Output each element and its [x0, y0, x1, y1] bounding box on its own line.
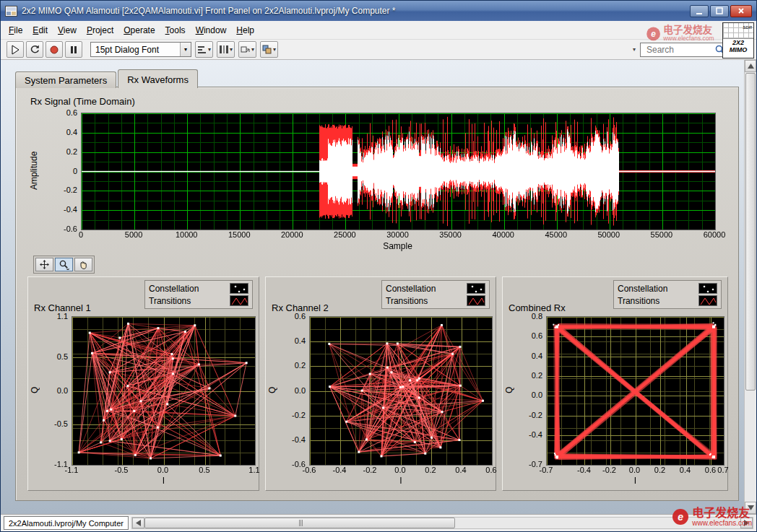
- tick-label: -0.4: [292, 435, 306, 444]
- rx-signal-y-ticks: -0.6-0.4-0.200.20.40.6: [40, 113, 81, 229]
- reorder-objects-icon: [262, 45, 272, 54]
- legend-item-constellation[interactable]: Constellation: [147, 282, 250, 295]
- abort-button[interactable]: [46, 41, 63, 58]
- tick-label: 25000: [334, 230, 356, 239]
- legend-item-transitions[interactable]: Transitions: [384, 295, 487, 307]
- tab-system-parameters[interactable]: System Parameters: [15, 71, 116, 88]
- combined-plot-canvas[interactable]: [546, 316, 724, 466]
- tick-label: 15000: [228, 230, 251, 239]
- run-continuous-icon: [29, 44, 40, 56]
- legend-item-constellation[interactable]: Constellation: [384, 282, 487, 295]
- rx1-plot-canvas[interactable]: [72, 316, 256, 466]
- close-button[interactable]: [730, 5, 752, 17]
- search-input[interactable]: [645, 44, 714, 56]
- combined-y-ticks: -0.7-0.4-0.20.00.20.40.60.8: [514, 316, 546, 464]
- pan-tool-button[interactable]: [74, 258, 92, 271]
- tick-label: -1.1: [65, 466, 79, 474]
- tick-label: 0.0: [295, 386, 306, 395]
- vi-icon-line1: 2X2: [723, 39, 753, 46]
- vi-icon-badge: SDR 2X2 MIMO: [722, 22, 754, 58]
- minimize-button[interactable]: [690, 5, 709, 17]
- rx-signal-plot-canvas[interactable]: [81, 113, 716, 230]
- tick-label: 0.6: [485, 466, 496, 474]
- scroll-left-button[interactable]: [132, 518, 144, 528]
- arrow-left-icon: [136, 520, 141, 526]
- rx1-y-axis-label: Q: [30, 316, 40, 464]
- tick-label: 0.2: [532, 371, 542, 380]
- constellation-swatch-icon: [698, 283, 717, 294]
- window-title: 2x2 MIMO QAM Alamouti [2x2QAMAlamouti.vi…: [22, 6, 685, 16]
- horizontal-scroll-thumb[interactable]: [144, 518, 455, 528]
- vertical-scroll-thumb[interactable]: [745, 73, 756, 391]
- run-arrow-icon: [9, 44, 21, 56]
- tick-label: 0: [79, 230, 83, 239]
- rx-signal-x-ticks: 0500010000150002000025000300003500040000…: [81, 229, 714, 241]
- menu-item-view[interactable]: View: [53, 23, 82, 38]
- legend-item-transitions[interactable]: Transitions: [616, 295, 719, 307]
- menu-item-project[interactable]: Project: [82, 23, 118, 38]
- tick-label: -0.4: [529, 430, 542, 439]
- font-selector[interactable]: 15pt Dialog Font ▾: [90, 42, 191, 57]
- distribute-objects-button[interactable]: [217, 41, 235, 58]
- vertical-scrollbar[interactable]: [744, 60, 756, 514]
- window-icon[interactable]: [5, 6, 17, 17]
- tick-label: 0.6: [295, 312, 306, 320]
- graph-palette: [33, 256, 95, 274]
- tick-label: 0.4: [532, 352, 542, 360]
- chevron-down-icon[interactable]: ▾: [180, 43, 191, 56]
- tick-label: 0: [73, 167, 77, 175]
- menu-item-operate[interactable]: Operate: [118, 23, 160, 38]
- tick-label: 0.4: [66, 128, 77, 136]
- magnifier-icon: [59, 259, 70, 270]
- tick-label: 0.5: [57, 352, 68, 361]
- scroll-up-button[interactable]: [745, 60, 756, 72]
- run-button[interactable]: [7, 41, 24, 58]
- menu-item-tools[interactable]: Tools: [160, 23, 191, 38]
- menu-item-window[interactable]: Window: [191, 23, 232, 38]
- tick-label: 1.1: [57, 312, 68, 320]
- constellation-panel-combined: Combined Rx Constellation Transitions: [502, 276, 728, 491]
- arrow-down-icon: [748, 505, 754, 510]
- tick-label: -0.4: [64, 205, 77, 214]
- rx-signal-y-axis-label: Amplitude: [27, 113, 40, 229]
- tick-label: 45000: [545, 230, 568, 239]
- font-selector-value: 15pt Dialog Font: [95, 45, 180, 55]
- scroll-right-button[interactable]: [740, 518, 753, 528]
- horizontal-scrollbar[interactable]: [131, 517, 753, 529]
- tick-label: -0.4: [577, 466, 591, 474]
- tick-label: 35000: [439, 230, 462, 239]
- arrow-right-icon: [744, 520, 749, 526]
- cursor-tool-button[interactable]: [35, 258, 53, 271]
- tick-label: 0.8: [532, 312, 542, 320]
- rx2-y-ticks: -0.6-0.4-0.20.00.20.40.6: [277, 316, 309, 464]
- align-objects-icon: [197, 45, 207, 54]
- menu-item-help[interactable]: Help: [231, 23, 259, 38]
- tick-label: -0.2: [64, 186, 77, 194]
- tick-label: 55000: [651, 230, 673, 239]
- menu-item-edit[interactable]: Edit: [27, 23, 53, 38]
- run-continuously-button[interactable]: [26, 41, 43, 58]
- constellation-row: Rx Channel 1 Constellation Transitions: [27, 276, 731, 491]
- rx-waveforms-page: Rx Signal (Time Domain) Amplitude -0.6-0…: [15, 87, 739, 501]
- search-scope-dropdown[interactable]: ▾: [631, 46, 638, 53]
- rx2-plot-canvas[interactable]: [309, 316, 493, 466]
- resize-objects-button[interactable]: [238, 41, 256, 58]
- pause-button[interactable]: [65, 41, 82, 58]
- execution-context-box[interactable]: 2x2Alamouti.lvproj/My Computer: [4, 516, 129, 530]
- tick-label: 0.4: [455, 466, 466, 474]
- tick-label: -0.6: [303, 466, 316, 474]
- tick-label: -0.6: [64, 224, 77, 233]
- rx1-y-ticks: -1.1-0.50.00.51.1: [40, 316, 72, 464]
- scroll-down-button[interactable]: [745, 502, 756, 514]
- maximize-button[interactable]: [710, 5, 729, 17]
- pause-icon: [68, 44, 79, 56]
- tab-rx-waveforms[interactable]: Rx Waveforms: [118, 69, 198, 88]
- legend-item-transitions[interactable]: Transitions: [147, 295, 250, 307]
- plot-legend-combined: Constellation Transitions: [613, 280, 722, 309]
- reorder-objects-button[interactable]: [260, 41, 278, 58]
- menu-item-file[interactable]: File: [4, 23, 27, 38]
- align-objects-button[interactable]: [195, 41, 213, 58]
- legend-item-constellation[interactable]: Constellation: [616, 282, 719, 295]
- zoom-tool-button[interactable]: [55, 258, 73, 271]
- constellation-swatch-icon: [230, 283, 248, 294]
